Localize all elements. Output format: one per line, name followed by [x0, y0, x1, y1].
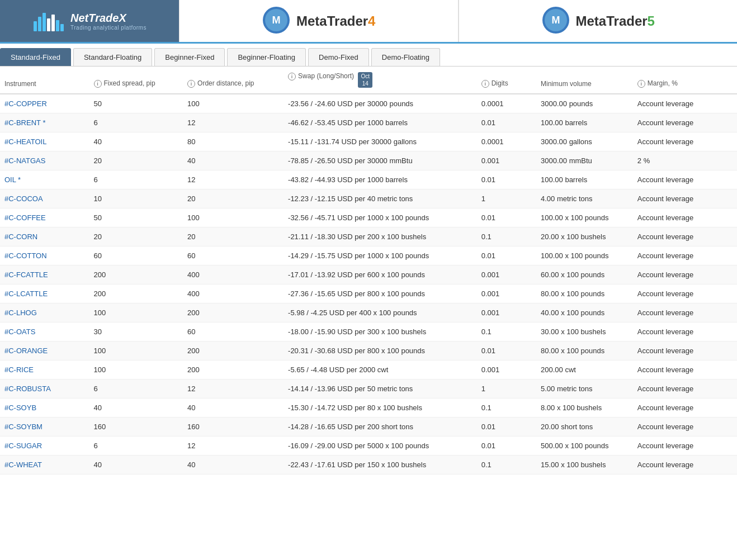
cell-instrument[interactable]: #C-NATGAS — [0, 151, 89, 170]
tab-standard-fixed[interactable]: Standard-Fixed — [0, 48, 71, 66]
logo-net: NetTradeX — [70, 12, 126, 24]
instrument-link[interactable]: #C-NATGAS — [4, 156, 45, 165]
cell-order: 200 — [183, 341, 284, 360]
cell-order: 20 — [183, 227, 284, 246]
tab-beginner-fixed[interactable]: Beginner-Fixed — [154, 48, 225, 66]
instrument-link[interactable]: #C-FCATTLE — [4, 270, 48, 279]
cell-swap: -15.11 / -131.74 USD per 30000 gallons — [284, 132, 477, 151]
mt4-label: MetaTrader4 — [296, 13, 375, 29]
info-icon-spread[interactable]: i — [94, 80, 102, 88]
cell-instrument[interactable]: #C-RICE — [0, 360, 89, 379]
cell-instrument[interactable]: #C-COPPER — [0, 94, 89, 113]
tab-bar: Standard-Fixed Standard-Floating Beginne… — [0, 44, 737, 67]
tab-standard-floating[interactable]: Standard-Floating — [73, 48, 152, 66]
logo-section: NetTradeX Trading analytical platforms — [0, 0, 179, 42]
cell-instrument[interactable]: #C-SOYBM — [0, 417, 89, 436]
mt4-logo-svg: M — [262, 6, 291, 35]
svg-rect-1 — [38, 17, 41, 31]
table-row: #C-SOYB4040-15.30 / -14.72 USD per 80 x … — [0, 398, 737, 417]
cell-spread: 50 — [89, 208, 183, 227]
cell-margin: Account leverage — [633, 170, 737, 189]
cell-digits: 1 — [477, 189, 536, 208]
cell-instrument[interactable]: #C-BRENT * — [0, 113, 89, 132]
instrument-link[interactable]: OIL * — [4, 175, 21, 184]
cell-spread: 6 — [89, 379, 183, 398]
instrument-link[interactable]: #C-SOYBM — [4, 423, 42, 431]
info-icon-digits[interactable]: i — [481, 80, 489, 88]
cell-minvol: 200.00 cwt — [536, 360, 633, 379]
instrument-link[interactable]: #C-COFFEE — [4, 213, 46, 222]
instrument-link[interactable]: #C-LHOG — [4, 309, 37, 317]
cell-swap: -18.00 / -15.90 USD per 300 x 100 bushel… — [284, 322, 477, 341]
instrument-link[interactable]: #C-HEATOIL — [4, 137, 46, 146]
table-row: #C-ORANGE100200-20.31 / -30.68 USD per 8… — [0, 341, 737, 360]
cell-spread: 160 — [89, 417, 183, 436]
tab-demo-fixed[interactable]: Demo-Fixed — [308, 48, 369, 66]
table-row: #C-BRENT *612-46.62 / -53.45 USD per 100… — [0, 113, 737, 132]
mt5-number: 5 — [648, 13, 655, 29]
instrument-link[interactable]: #C-ORANGE — [4, 347, 48, 355]
cell-order: 12 — [183, 379, 284, 398]
cell-order: 80 — [183, 132, 284, 151]
logo-icon: NetTradeX Trading analytical platforms — [32, 10, 147, 32]
cell-instrument[interactable]: #C-OATS — [0, 322, 89, 341]
table-row: #C-COCOA1020-12.23 / -12.15 USD per 40 m… — [0, 189, 737, 208]
cell-digits: 0.01 — [477, 208, 536, 227]
metatrader4-section[interactable]: M MetaTrader4 — [179, 0, 458, 42]
info-icon-margin[interactable]: i — [637, 80, 645, 88]
tab-beginner-floating[interactable]: Beginner-Floating — [227, 48, 306, 66]
cell-swap: -5.65 / -4.48 USD per 2000 cwt — [284, 360, 477, 379]
info-icon-swap[interactable]: i — [288, 73, 296, 80]
svg-rect-6 — [60, 24, 64, 31]
cell-swap: -15.30 / -14.72 USD per 80 x 100 bushels — [284, 398, 477, 417]
instrument-link[interactable]: #C-COPPER — [4, 99, 47, 108]
cell-order: 100 — [183, 208, 284, 227]
cell-instrument[interactable]: #C-HEATOIL — [0, 132, 89, 151]
cell-instrument[interactable]: #C-COFFEE — [0, 208, 89, 227]
cell-instrument[interactable]: #C-SOYB — [0, 398, 89, 417]
instrument-link[interactable]: #C-WHEAT — [4, 461, 42, 469]
table-row: #C-OATS3060-18.00 / -15.90 USD per 300 x… — [0, 322, 737, 341]
cell-minvol: 20.00 short tons — [536, 417, 633, 436]
instrument-link[interactable]: #C-RICE — [4, 366, 34, 374]
cell-instrument[interactable]: #C-WHEAT — [0, 455, 89, 474]
cell-swap: -46.62 / -53.45 USD per 1000 barrels — [284, 113, 477, 132]
cell-instrument[interactable]: #C-LCATTLE — [0, 284, 89, 303]
cell-instrument[interactable]: #C-SUGAR — [0, 436, 89, 455]
instrument-link[interactable]: #C-CORN — [4, 232, 37, 241]
tab-demo-floating[interactable]: Demo-Floating — [371, 48, 440, 66]
instrument-link[interactable]: #C-BRENT * — [4, 118, 45, 127]
instrument-link[interactable]: #C-COTTON — [4, 251, 47, 260]
col-header-spread: iFixed spread, pip — [89, 67, 183, 94]
cell-instrument[interactable]: #C-COCOA — [0, 189, 89, 208]
metatrader5-section[interactable]: M MetaTrader5 — [459, 0, 738, 42]
cell-instrument[interactable]: #C-FCATTLE — [0, 265, 89, 284]
nettradex-logo-svg — [32, 10, 66, 32]
instrument-link[interactable]: #C-ROBUSTA — [4, 385, 51, 393]
instrument-link[interactable]: #C-COCOA — [4, 194, 43, 203]
instrument-link[interactable]: #C-SUGAR — [4, 442, 42, 450]
cell-instrument[interactable]: #C-ROBUSTA — [0, 379, 89, 398]
logo-subtitle: Trading analytical platforms — [70, 25, 147, 31]
cell-instrument[interactable]: #C-ORANGE — [0, 341, 89, 360]
cell-order: 12 — [183, 113, 284, 132]
cell-instrument[interactable]: #C-LHOG — [0, 303, 89, 322]
info-icon-order[interactable]: i — [187, 80, 195, 88]
cell-margin: Account leverage — [633, 417, 737, 436]
cell-margin: Account leverage — [633, 455, 737, 474]
mt4-icon: M — [262, 6, 291, 36]
instrument-link[interactable]: #C-SOYB — [4, 404, 36, 412]
cell-margin: Account leverage — [633, 436, 737, 455]
cell-instrument[interactable]: OIL * — [0, 170, 89, 189]
cell-spread: 40 — [89, 455, 183, 474]
table-row: OIL *612-43.82 / -44.93 USD per 1000 bar… — [0, 170, 737, 189]
cell-swap: -16.09 / -29.00 USD per 5000 x 100 pound… — [284, 436, 477, 455]
cell-margin: Account leverage — [633, 303, 737, 322]
cell-instrument[interactable]: #C-COTTON — [0, 246, 89, 265]
cell-instrument[interactable]: #C-CORN — [0, 227, 89, 246]
instrument-link[interactable]: #C-OATS — [4, 328, 35, 336]
svg-rect-5 — [56, 20, 59, 31]
cell-minvol: 3000.00 mmBtu — [536, 151, 633, 170]
instrument-link[interactable]: #C-LCATTLE — [4, 290, 48, 298]
table-row: #C-FCATTLE200400-17.01 / -13.92 USD per … — [0, 265, 737, 284]
